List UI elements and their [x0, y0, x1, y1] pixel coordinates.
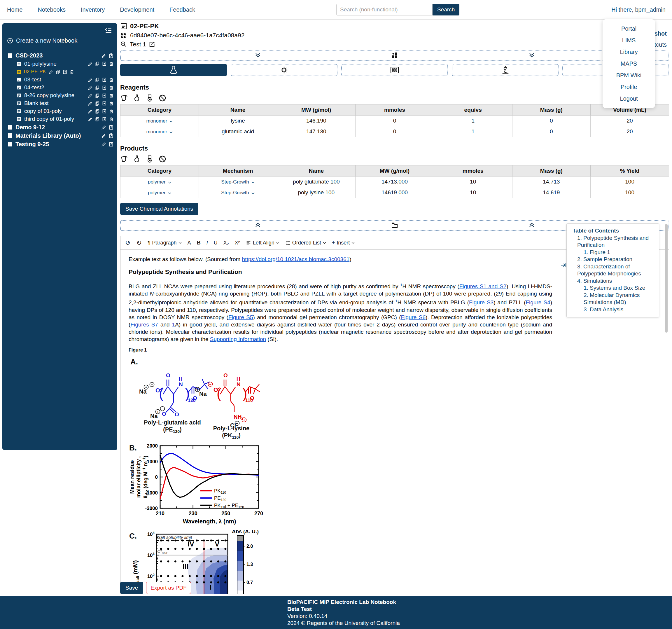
category-select[interactable]: polymer: [148, 179, 171, 185]
undo-button[interactable]: ↺: [125, 239, 130, 247]
nav-item-notebooks[interactable]: Notebooks: [38, 6, 66, 13]
name-cell[interactable]: poly lysine 100: [277, 187, 356, 198]
italic-button[interactable]: I: [207, 240, 208, 246]
sidebar-entry-third-copy[interactable]: third copy of 01-poly: [12, 115, 117, 123]
name-cell[interactable]: poly glutamate 100: [277, 177, 356, 187]
mechanism-select[interactable]: Step-Growth: [221, 190, 254, 196]
delete-icon[interactable]: [109, 109, 114, 114]
toc-item[interactable]: 1. Figure 1: [571, 249, 654, 256]
sidebar-notebook-csd-2023[interactable]: CSD-2023: [2, 51, 117, 60]
text-color-button[interactable]: A: [188, 240, 191, 246]
delete-icon[interactable]: [109, 85, 114, 90]
delete-icon[interactable]: [109, 61, 114, 66]
collapse-double-chevron-icon[interactable]: [255, 222, 261, 229]
sidebar-notebook-testing-9-25[interactable]: Testing 9-25: [2, 140, 117, 148]
duplicate-icon[interactable]: [55, 69, 61, 74]
superscript-button[interactable]: X²: [235, 240, 240, 246]
mmoles-cell[interactable]: 0: [356, 116, 434, 126]
delete-icon[interactable]: [69, 69, 74, 74]
yield-cell[interactable]: 100: [591, 187, 669, 198]
export-icon[interactable]: [102, 85, 107, 90]
edit-pencil-icon[interactable]: [88, 93, 93, 98]
menu-item-logout[interactable]: Logout: [603, 93, 655, 104]
tab-chemistry[interactable]: [120, 64, 227, 76]
mass-cell[interactable]: 14.619: [512, 187, 591, 198]
expand-double-chevron-icon[interactable]: [255, 52, 261, 60]
duplicate-icon[interactable]: [95, 117, 100, 122]
mmoles-cell[interactable]: 0: [356, 126, 434, 137]
collapse-double-chevron-icon[interactable]: [528, 222, 535, 229]
folder-icon[interactable]: [391, 222, 398, 230]
menu-item-library[interactable]: Library: [603, 46, 655, 58]
toc-item[interactable]: 2. Sample Preparation: [571, 256, 654, 263]
ban-icon[interactable]: [159, 155, 166, 163]
export-pdf-button[interactable]: Export as PDF: [146, 582, 191, 594]
volume-cell[interactable]: 20: [591, 116, 669, 126]
delete-icon[interactable]: [109, 101, 114, 106]
edit-pencil-icon[interactable]: [88, 77, 93, 82]
export-icon[interactable]: [102, 93, 107, 98]
export-icon[interactable]: [63, 69, 67, 74]
duplicate-icon[interactable]: [95, 61, 100, 66]
export-icon[interactable]: [102, 101, 107, 106]
inline-link[interactable]: Figure S3: [469, 300, 494, 306]
preview-magnifier-icon[interactable]: [120, 41, 127, 48]
bold-button[interactable]: B: [197, 240, 201, 246]
inline-link[interactable]: Supporting Information: [210, 336, 266, 342]
edit-pencil-icon[interactable]: [88, 85, 93, 90]
duplicate-icon[interactable]: [95, 77, 100, 82]
name-cell[interactable]: glutamic acid: [199, 126, 277, 137]
edit-pencil-icon[interactable]: [88, 61, 93, 66]
redo-button[interactable]: ↻: [136, 239, 141, 247]
name-cell[interactable]: lysine: [199, 116, 277, 126]
yield-cell[interactable]: 100: [591, 177, 669, 187]
inline-link[interactable]: Figure S6: [401, 314, 426, 320]
collapse-sidebar-icon[interactable]: [104, 27, 112, 34]
round-flask-icon[interactable]: [133, 94, 141, 102]
tab-well-plate[interactable]: [341, 64, 448, 76]
edit-pencil-icon[interactable]: [101, 133, 106, 138]
clipboard-icon[interactable]: [109, 133, 114, 138]
export-icon[interactable]: [102, 117, 107, 122]
toc-item[interactable]: 4. Simulations: [571, 277, 654, 285]
nav-item-development[interactable]: Development: [120, 6, 154, 13]
edit-pencil-icon[interactable]: [88, 117, 93, 122]
category-select[interactable]: polymer: [148, 190, 171, 196]
clipboard-icon[interactable]: [109, 53, 114, 59]
search-input[interactable]: [336, 4, 433, 16]
export-icon[interactable]: [102, 109, 107, 114]
mw-cell[interactable]: 14619.000: [356, 187, 434, 198]
mw-cell[interactable]: 146.190: [277, 116, 356, 126]
insert-dropdown[interactable]: +Insert: [332, 240, 355, 246]
create-notebook-button[interactable]: Create a new Notebook: [2, 35, 117, 46]
nav-item-inventory[interactable]: Inventory: [81, 6, 105, 13]
inline-link[interactable]: Figures S7: [130, 322, 158, 328]
dashboard-grid-plus-icon[interactable]: [391, 52, 398, 60]
qr-code-icon[interactable]: [120, 32, 127, 39]
search-button[interactable]: Search: [433, 4, 459, 16]
sidebar-entry-copy-01-poly[interactable]: copy of 01-poly: [12, 107, 117, 115]
add-vial-icon[interactable]: [146, 155, 153, 163]
subscript-button[interactable]: X₂: [223, 240, 229, 246]
sidebar-entry-02-pe-pk[interactable]: 02-PE-PK: [12, 68, 78, 75]
equivs-cell[interactable]: 1: [434, 126, 512, 137]
toc-item[interactable]: 3. Characterization of Polypeptide Morph…: [571, 263, 654, 277]
mw-cell[interactable]: 147.130: [277, 126, 356, 137]
edit-pencil-icon[interactable]: [101, 124, 106, 130]
toc-item[interactable]: 3. Data Analysis: [571, 306, 654, 313]
category-select[interactable]: monomer: [146, 129, 173, 135]
inline-link[interactable]: https://doi.org/10.1021/acs.biomac.3c003…: [242, 256, 350, 262]
sidebar-entry-01-polylysine[interactable]: 01-polylysine: [12, 60, 117, 68]
delete-icon[interactable]: [109, 117, 114, 122]
edit-pencil-icon[interactable]: [88, 109, 93, 114]
delete-icon[interactable]: [109, 77, 114, 82]
menu-item-maps[interactable]: MAPS: [603, 58, 655, 69]
export-icon[interactable]: [102, 77, 107, 82]
add-vial-icon[interactable]: [146, 94, 153, 102]
inline-link[interactable]: Figures S1 and S2: [459, 283, 506, 289]
edit-pencil-icon[interactable]: [101, 53, 106, 59]
duplicate-icon[interactable]: [95, 85, 100, 90]
menu-item-profile[interactable]: Profile: [603, 81, 655, 93]
duplicate-icon[interactable]: [95, 109, 100, 114]
collapsed-section-top[interactable]: [120, 50, 669, 61]
